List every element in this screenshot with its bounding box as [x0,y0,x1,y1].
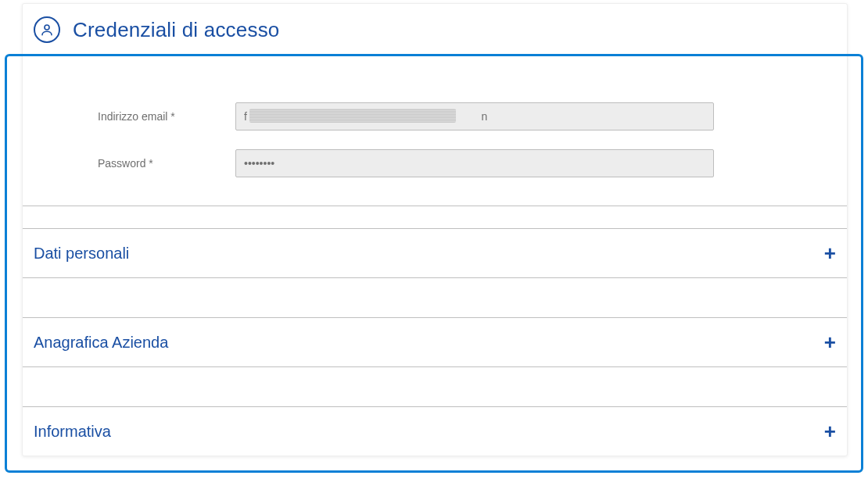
accordion-informativa[interactable]: Informativa + [23,406,847,456]
accordion-anagrafica-azienda[interactable]: Anagrafica Azienda + [23,317,847,367]
page-root: Credenziali di accesso Indirizzo email *… [0,0,868,479]
accordion-list: Dati personali + Anagrafica Azienda + In… [23,228,847,456]
email-input[interactable] [235,102,714,130]
plus-icon: + [824,243,836,263]
user-icon [34,16,60,43]
plus-icon: + [824,332,836,352]
accordion-dati-personali[interactable]: Dati personali + [23,228,847,278]
password-input[interactable] [235,149,714,177]
accordion-title: Informativa [34,423,111,441]
credentials-card: Credenziali di accesso Indirizzo email *… [22,3,848,456]
email-field-wrap [235,102,714,130]
credentials-form: Indirizzo email * Password * [23,65,847,206]
password-row: Password * [35,149,834,177]
password-field-wrap [235,149,714,177]
svg-point-0 [45,25,49,30]
accordion-title: Dati personali [34,245,129,263]
accordion-title: Anagrafica Azienda [34,334,168,352]
card-header: Credenziali di accesso [23,4,847,65]
email-label: Indirizzo email * [35,110,235,123]
card-title: Credenziali di accesso [73,18,280,42]
email-row: Indirizzo email * [35,102,834,130]
password-label: Password * [35,157,235,170]
plus-icon: + [824,421,836,441]
